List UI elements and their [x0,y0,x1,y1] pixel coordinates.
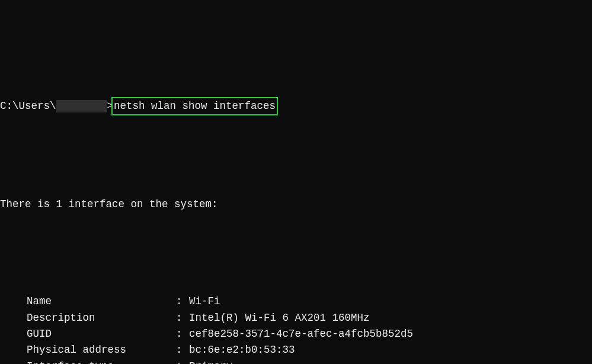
interface-details: Name: Wi-FiDescription: Intel(R) Wi-Fi 6… [0,294,592,364]
detail-value: cef8e258-3571-4c7e-afec-a4fcb5b852d5 [189,326,413,342]
detail-row: Name: Wi-Fi [0,294,592,310]
terminal-output: C:\Users\>netsh wlan show interfaces The… [0,65,592,364]
detail-row: Description: Intel(R) Wi-Fi 6 AX201 160M… [0,310,592,326]
indent [0,310,27,326]
detail-row: Interface type: Primary [0,359,592,364]
detail-label: Description [27,310,176,326]
colon: : [176,310,189,326]
command-highlight: netsh wlan show interfaces [111,97,278,115]
indent [0,294,27,310]
blank-line [0,148,592,164]
blank-line [0,245,592,261]
indent [0,342,27,358]
colon: : [176,326,189,342]
colon: : [176,342,189,358]
colon: : [176,294,189,310]
detail-value: Intel(R) Wi-Fi 6 AX201 160MHz [189,310,370,326]
indent [0,326,27,342]
colon: : [176,359,189,364]
detail-label: Physical address [27,342,176,358]
detail-label: GUID [27,326,176,342]
detail-value: Primary [189,359,233,364]
detail-label: Interface type [27,359,176,364]
summary-line: There is 1 interface on the system: [0,197,592,212]
indent [0,359,27,364]
detail-value: bc:6e:e2:b0:53:33 [189,342,295,358]
detail-label: Name [27,294,176,310]
prompt-line: C:\Users\>netsh wlan show interfaces [0,97,592,115]
detail-row: GUID: cef8e258-3571-4c7e-afec-a4fcb5b852… [0,326,592,342]
redacted-username [56,100,107,112]
prompt-path: C:\Users\ [0,98,56,114]
detail-value: Wi-Fi [189,294,220,310]
detail-row: Physical address: bc:6e:e2:b0:53:33 [0,342,592,358]
command-text: netsh wlan show interfaces [114,100,276,112]
